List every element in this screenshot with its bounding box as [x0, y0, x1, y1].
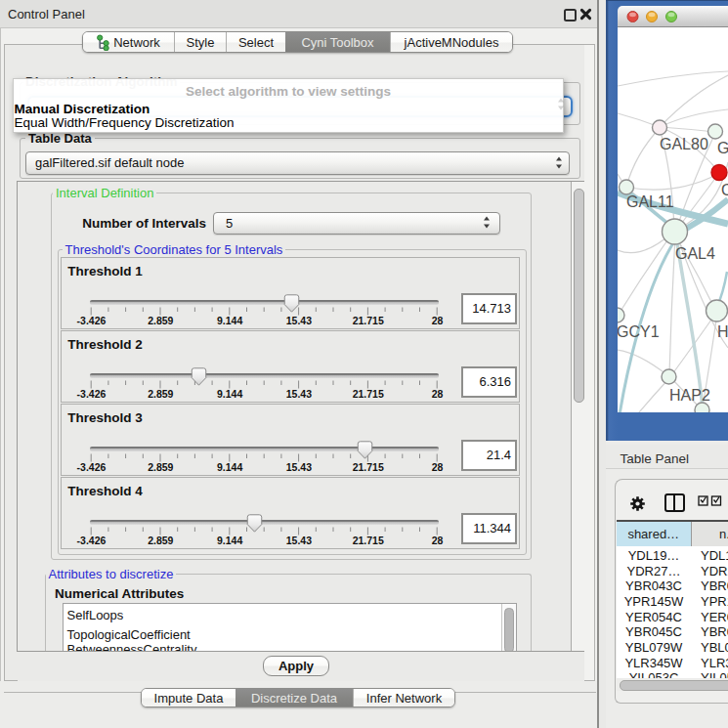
svg-text:G: G	[717, 140, 728, 156]
svg-text:GCY1: GCY1	[618, 323, 660, 340]
svg-text:GAL4: GAL4	[675, 245, 715, 262]
svg-text:GAL11: GAL11	[626, 193, 674, 210]
svg-text:C: C	[721, 181, 728, 197]
svg-text:HAP2: HAP2	[669, 387, 710, 404]
svg-text:H: H	[717, 323, 728, 340]
svg-text:GAL80: GAL80	[660, 135, 708, 151]
